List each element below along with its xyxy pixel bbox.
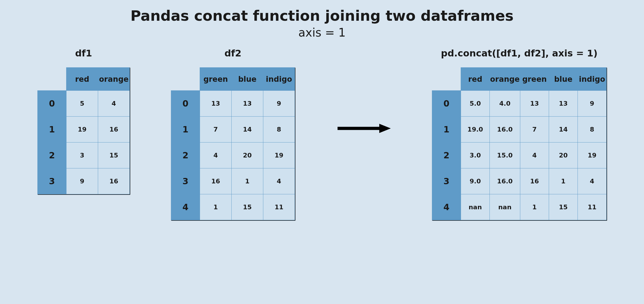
row-header: 1	[432, 117, 461, 142]
table-cell: 16	[520, 168, 549, 194]
table-cell: 15	[549, 194, 578, 220]
table-cell: 1	[232, 168, 263, 194]
table-cell: 19	[263, 142, 295, 168]
col-header: red	[66, 68, 98, 91]
table-cell: 3	[66, 142, 98, 168]
row-header: 3	[38, 168, 66, 194]
row-header: 0	[171, 91, 200, 117]
table-cell: 4	[520, 142, 549, 168]
page-title: Pandas concat function joining two dataf…	[0, 7, 644, 24]
table-cell: 3.0	[461, 142, 490, 168]
table-cell: 1	[549, 168, 578, 194]
table-cell: 4	[578, 168, 606, 194]
table-cell: 16.0	[490, 117, 520, 142]
df2-caption: df2	[224, 48, 241, 59]
panels-row: df1 redorange0541191623153916 df2 greenb…	[0, 48, 644, 220]
df1-table: redorange0541191623153916	[37, 67, 130, 194]
table-cell: 11	[578, 194, 606, 220]
result-caption: pd.concat([df1, df2], axis = 1)	[441, 48, 597, 59]
table-cell: 7	[520, 117, 549, 142]
table-corner	[432, 68, 461, 91]
table-corner	[171, 68, 200, 91]
table-cell: 5	[66, 91, 98, 117]
table-cell: 19.0	[461, 117, 490, 142]
col-header: red	[461, 68, 490, 91]
table-cell: 8	[578, 117, 606, 142]
col-header: green	[200, 68, 232, 91]
col-header: blue	[549, 68, 578, 91]
row-header: 2	[432, 142, 461, 168]
table-cell: nan	[490, 194, 520, 220]
table-cell: 13	[520, 91, 549, 117]
table-cell: 1	[520, 194, 549, 220]
svg-marker-1	[379, 124, 391, 133]
table-cell: 13	[549, 91, 578, 117]
table-cell: 20	[232, 142, 263, 168]
table-cell: 7	[200, 117, 232, 142]
col-header: blue	[232, 68, 263, 91]
panel-result: pd.concat([df1, df2], axis = 1) redorang…	[432, 48, 607, 220]
row-header: 2	[171, 142, 200, 168]
table-cell: 9	[578, 91, 606, 117]
table-cell: 19	[578, 142, 606, 168]
table-cell: 11	[263, 194, 295, 220]
panel-df1: df1 redorange0541191623153916	[37, 48, 130, 194]
table-cell: 5.0	[461, 91, 490, 117]
row-header: 3	[171, 168, 200, 194]
df2-table: greenblueindigo0131391714824201931614411…	[171, 67, 295, 220]
col-header: orange	[490, 68, 520, 91]
table-cell: 20	[549, 142, 578, 168]
table-cell: 4	[200, 142, 232, 168]
table-cell: 9	[263, 91, 295, 117]
row-header: 4	[432, 194, 461, 220]
arrow-container	[336, 48, 391, 209]
table-cell: 14	[549, 117, 578, 142]
arrow-right-icon	[336, 123, 391, 134]
row-header: 2	[38, 142, 66, 168]
table-cell: 8	[263, 117, 295, 142]
col-header: indigo	[578, 68, 606, 91]
row-header: 0	[432, 91, 461, 117]
table-cell: 15	[232, 194, 263, 220]
table-cell: 16	[98, 117, 130, 142]
table-corner	[38, 68, 66, 91]
row-header: 3	[432, 168, 461, 194]
table-cell: 16	[200, 168, 232, 194]
table-cell: nan	[461, 194, 490, 220]
col-header: orange	[98, 68, 130, 91]
table-cell: 14	[232, 117, 263, 142]
table-cell: 1	[200, 194, 232, 220]
row-header: 1	[171, 117, 200, 142]
table-cell: 4.0	[490, 91, 520, 117]
col-header: green	[520, 68, 549, 91]
table-cell: 13	[232, 91, 263, 117]
df1-caption: df1	[75, 48, 92, 59]
col-header: indigo	[263, 68, 295, 91]
table-cell: 4	[98, 91, 130, 117]
table-cell: 15	[98, 142, 130, 168]
table-cell: 16.0	[490, 168, 520, 194]
table-cell: 13	[200, 91, 232, 117]
table-cell: 4	[263, 168, 295, 194]
table-cell: 19	[66, 117, 98, 142]
row-header: 0	[38, 91, 66, 117]
row-header: 4	[171, 194, 200, 220]
table-cell: 16	[98, 168, 130, 194]
table-cell: 9.0	[461, 168, 490, 194]
result-table: redorangegreenblueindigo05.04.013139119.…	[432, 67, 607, 220]
diagram-page: Pandas concat function joining two dataf…	[0, 7, 644, 304]
page-subtitle: axis = 1	[0, 26, 644, 39]
row-header: 1	[38, 117, 66, 142]
table-cell: 9	[66, 168, 98, 194]
panel-df2: df2 greenblueindigo013139171482420193161…	[171, 48, 295, 220]
table-cell: 15.0	[490, 142, 520, 168]
